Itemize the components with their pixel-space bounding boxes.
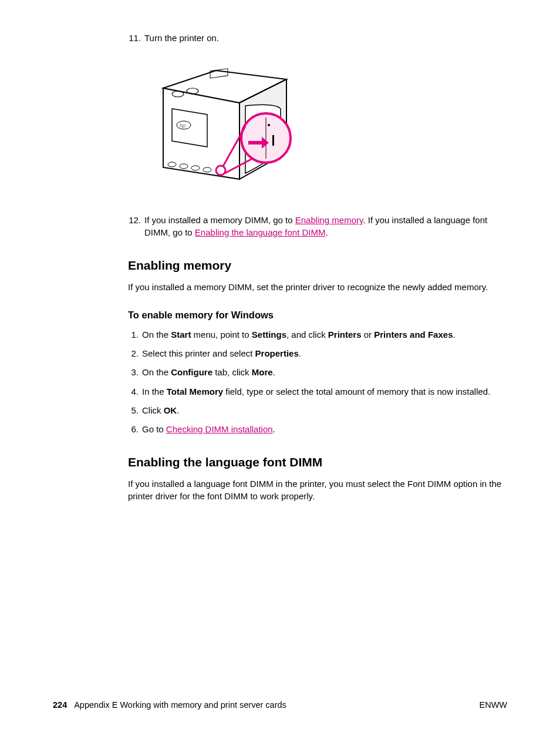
printer-illustration: hp xyxy=(151,62,515,197)
step-number: 12. xyxy=(128,214,144,238)
step-text: Click OK. xyxy=(142,405,515,416)
step-text: Go to Checking DIMM installation. xyxy=(142,424,515,435)
step-text: In the Total Memory field, type or selec… xyxy=(142,386,515,398)
intro-paragraph: If you installed a memory DIMM, set the … xyxy=(128,281,515,293)
step-number: 2. xyxy=(128,348,142,359)
link-enabling-language-font-dimm[interactable]: Enabling the language font DIMM xyxy=(195,227,326,237)
text-span: Go to xyxy=(142,424,166,434)
link-checking-dimm-installation[interactable]: Checking DIMM installation xyxy=(166,424,273,434)
step-number: 6. xyxy=(128,424,142,435)
step-11: 11. Turn the printer on. xyxy=(128,32,515,44)
step-text: On the Start menu, point to Settings, an… xyxy=(142,329,515,341)
footer-language: ENWW xyxy=(479,700,507,710)
document-page: 11. Turn the printer on. xyxy=(0,0,560,746)
list-item: 3. On the Configure tab, click More. xyxy=(128,367,515,378)
step-12: 12. If you installed a memory DIMM, go t… xyxy=(128,214,515,238)
printer-icon: hp xyxy=(151,62,292,197)
svg-point-14 xyxy=(268,124,270,126)
step-text: Select this printer and select Propertie… xyxy=(142,348,515,359)
step-number: 11. xyxy=(128,32,144,44)
step-text: On the Configure tab, click More. xyxy=(142,367,515,378)
list-item: 4. In the Total Memory field, type or se… xyxy=(128,386,515,398)
list-item: 6. Go to Checking DIMM installation. xyxy=(128,424,515,435)
step-text: Turn the printer on. xyxy=(144,32,515,44)
text-span: . xyxy=(273,424,275,434)
heading-enabling-language-font-dimm: Enabling the language font DIMM xyxy=(128,455,515,469)
intro-paragraph: If you installed a language font DIMM in… xyxy=(128,478,515,502)
page-footer: 224 Appendix E Working with memory and p… xyxy=(53,700,507,710)
text-span: If you installed a memory DIMM, go to xyxy=(144,215,295,225)
step-number: 3. xyxy=(128,367,142,378)
list-item: 2. Select this printer and select Proper… xyxy=(128,348,515,359)
page-number: 224 xyxy=(53,700,67,710)
list-item: 5. Click OK. xyxy=(128,405,515,416)
list-item: 1. On the Start menu, point to Settings,… xyxy=(128,329,515,341)
text-span: . xyxy=(326,227,328,237)
appendix-title: Appendix E Working with memory and print… xyxy=(74,700,286,710)
step-number: 1. xyxy=(128,329,142,341)
footer-left: 224 Appendix E Working with memory and p… xyxy=(53,700,286,710)
link-enabling-memory[interactable]: Enabling memory xyxy=(295,215,363,225)
step-text: If you installed a memory DIMM, go to En… xyxy=(144,214,515,238)
ordered-list: 1. On the Start menu, point to Settings,… xyxy=(128,329,515,436)
step-number: 5. xyxy=(128,405,142,416)
heading-enabling-memory: Enabling memory xyxy=(128,258,515,273)
step-number: 4. xyxy=(128,386,142,398)
svg-text:hp: hp xyxy=(180,123,185,129)
content-area: 11. Turn the printer on. xyxy=(128,32,515,502)
subheading-enable-memory-windows: To enable memory for Windows xyxy=(128,310,515,321)
svg-rect-15 xyxy=(272,135,274,146)
